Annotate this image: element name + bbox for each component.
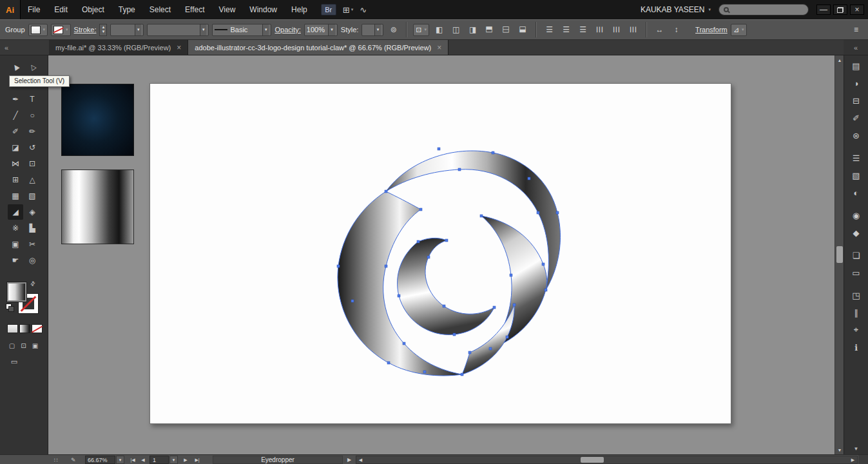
- transform-options-dropdown[interactable]: ⊿ ▾: [731, 24, 747, 36]
- swap-fill-stroke-icon[interactable]: ⇄: [29, 280, 37, 287]
- stroke-weight-dropdown[interactable]: ▾: [110, 24, 144, 36]
- draw-normal-icon[interactable]: ▢: [7, 341, 17, 350]
- graphic-style-dropdown[interactable]: ▾: [362, 24, 383, 36]
- tab-my-file[interactable]: my-file.ai* @ 33.33% (RGB/Preview) ×: [49, 40, 188, 55]
- tool-type[interactable]: T: [24, 92, 40, 107]
- close-icon[interactable]: ×: [177, 43, 181, 52]
- none-button[interactable]: [32, 324, 43, 333]
- menu-edit[interactable]: Edit: [47, 0, 75, 19]
- tool-mesh[interactable]: ▦: [8, 188, 23, 204]
- align-horizontal-right-button[interactable]: ◨: [466, 23, 479, 36]
- zoom-dropdown-button[interactable]: ▾: [116, 456, 124, 464]
- tool-perspective-grid[interactable]: △: [24, 172, 40, 188]
- zoom-level-field[interactable]: 66.67%: [85, 456, 115, 464]
- tool-shape-builder[interactable]: ⊞: [8, 172, 23, 188]
- tool-zoom[interactable]: ◎: [24, 253, 40, 268]
- menu-type[interactable]: Type: [111, 0, 142, 19]
- opacity-panel-link[interactable]: Opacity:: [275, 26, 300, 34]
- panel-navigator[interactable]: ⌖: [848, 322, 865, 338]
- tool-eyedropper[interactable]: ◢: [8, 204, 23, 220]
- claw-paths[interactable]: [338, 151, 560, 376]
- scroll-right-icon[interactable]: ▶: [849, 456, 857, 463]
- menu-object[interactable]: Object: [75, 0, 111, 19]
- color-button[interactable]: [7, 324, 18, 333]
- tool-direct-selection[interactable]: ▷: [24, 59, 40, 75]
- artboard-dropdown-button[interactable]: ▾: [169, 456, 178, 464]
- dock-scroll-down-icon[interactable]: ▼: [854, 446, 859, 452]
- align-vertical-center-button[interactable]: ◫: [502, 26, 511, 33]
- close-button[interactable]: ×: [850, 5, 864, 15]
- minimize-button[interactable]: —: [816, 5, 831, 15]
- align-horizontal-left-button[interactable]: ◧: [432, 23, 446, 36]
- menu-file[interactable]: File: [21, 0, 47, 19]
- tool-pencil[interactable]: ✏: [24, 124, 40, 139]
- tool-blend[interactable]: ◈: [24, 204, 40, 220]
- recolor-artwork-button[interactable]: ⊚: [387, 23, 400, 36]
- tool-artboard[interactable]: ▣: [8, 237, 23, 252]
- panel-color-guide[interactable]: ◑: [848, 75, 865, 91]
- tool-hand[interactable]: ☛: [8, 253, 23, 268]
- panel-swatches[interactable]: ⊟: [848, 93, 865, 108]
- distribute-space-vertical-button[interactable]: ↕: [670, 23, 683, 36]
- tool-gradient[interactable]: ▧: [24, 188, 40, 204]
- tool-symbol-sprayer[interactable]: ※: [8, 220, 23, 236]
- fill-color-dropdown[interactable]: ▾: [28, 24, 48, 36]
- next-artboard-button[interactable]: ▶: [182, 455, 189, 464]
- arrange-documents-button[interactable]: ⊞ ▾: [343, 5, 353, 15]
- scroll-left-icon[interactable]: ◀: [356, 456, 365, 463]
- stroke-weight-stepper[interactable]: ▲ ▼: [99, 24, 107, 36]
- last-artboard-button[interactable]: ▶|: [192, 455, 202, 464]
- tool-rotate[interactable]: ↺: [24, 140, 40, 155]
- scroll-up-icon[interactable]: ▲: [835, 55, 844, 64]
- canvas[interactable]: ▲ ▼: [48, 55, 844, 454]
- panel-artboards[interactable]: ▭: [848, 265, 865, 280]
- tool-ellipse[interactable]: ○: [24, 108, 40, 123]
- scroll-down-icon[interactable]: ▼: [835, 445, 844, 454]
- user-account-button[interactable]: KAUKAB YASEEN ▾: [641, 5, 711, 14]
- draw-inside-icon[interactable]: ▣: [30, 341, 40, 350]
- menu-view[interactable]: View: [212, 0, 243, 19]
- align-horizontal-center-button[interactable]: ◫: [449, 23, 463, 36]
- vertical-scrollbar-thumb[interactable]: [836, 246, 843, 263]
- panel-symbols[interactable]: ⊛: [848, 128, 865, 143]
- opacity-dropdown[interactable]: 100% ▾: [304, 24, 338, 36]
- distribute-horizontal-right-button[interactable]: ☰: [629, 26, 638, 34]
- tool-slice[interactable]: ✂: [24, 237, 40, 252]
- stroke-color-dropdown[interactable]: ▾: [51, 24, 71, 36]
- gradient-button[interactable]: [19, 324, 30, 333]
- claw-logo-artwork[interactable]: [324, 139, 575, 383]
- tool-pen[interactable]: ✒: [8, 92, 23, 107]
- panel-color[interactable]: ▤: [848, 58, 865, 73]
- panel-layers[interactable]: ❏: [848, 247, 865, 263]
- tool-eraser[interactable]: ◪: [8, 140, 23, 155]
- placed-image-dark-radial[interactable]: [61, 84, 134, 156]
- screen-mode-button[interactable]: ▭: [7, 357, 21, 367]
- distribute-vertical-center-button[interactable]: ☰: [559, 23, 573, 36]
- tab-logo-design-tutorial[interactable]: adobe-illustrator-cc-3d-logo-design tuto…: [188, 40, 448, 55]
- draw-behind-icon[interactable]: ⊡: [19, 341, 28, 350]
- vertical-scrollbar[interactable]: ▲ ▼: [834, 55, 844, 454]
- distribute-horizontal-left-button[interactable]: ☰: [595, 26, 604, 34]
- horizontal-scrollbar[interactable]: ◀ ▶: [356, 456, 858, 464]
- search-input[interactable]: [732, 6, 804, 14]
- fill-color-proxy[interactable]: [7, 282, 26, 302]
- tool-paintbrush[interactable]: ✐: [8, 124, 23, 139]
- panel-info[interactable]: ℹ: [848, 340, 865, 355]
- panel-pathfinder[interactable]: ◳: [848, 287, 865, 303]
- illustrator-app-icon[interactable]: Ai: [0, 0, 21, 19]
- placed-image-metal-gradient[interactable]: [61, 169, 134, 244]
- control-panel-menu-button[interactable]: ≡: [849, 23, 863, 36]
- menu-effect[interactable]: Effect: [178, 0, 211, 19]
- align-vertical-top-button[interactable]: ◧: [485, 26, 494, 33]
- cs-live-button[interactable]: ∿: [360, 5, 367, 15]
- panel-graphic-styles[interactable]: ◆: [848, 225, 865, 240]
- tool-selection[interactable]: ▶: [8, 59, 23, 75]
- first-artboard-button[interactable]: |◀: [128, 455, 138, 464]
- collapse-tool-panel-button[interactable]: «: [0, 40, 49, 55]
- help-search-box[interactable]: [719, 4, 809, 15]
- align-to-dropdown[interactable]: ⊡ ▾: [413, 24, 429, 36]
- close-icon[interactable]: ×: [437, 43, 441, 52]
- panel-align[interactable]: ∥: [848, 305, 865, 320]
- panel-transparency[interactable]: ◐: [848, 185, 865, 200]
- transform-panel-link[interactable]: Transform: [695, 26, 728, 34]
